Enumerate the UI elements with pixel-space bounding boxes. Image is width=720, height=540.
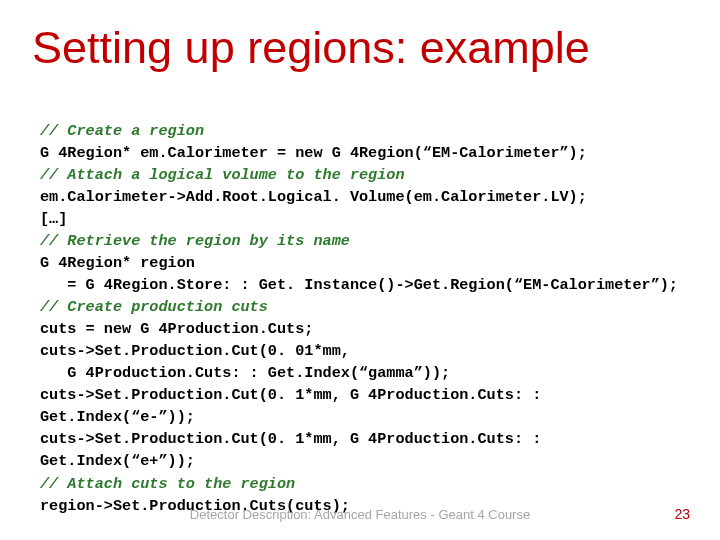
code-line: // Attach a logical volume to the region	[40, 166, 405, 184]
code-line: = G 4Region.Store: : Get. Instance()->Ge…	[40, 276, 678, 294]
code-line: cuts = new G 4Production.Cuts;	[40, 320, 313, 338]
slide: Setting up regions: example // Create a …	[0, 0, 720, 540]
code-line: // Create a region	[40, 122, 204, 140]
page-number: 23	[674, 506, 690, 522]
footer-text: Detector Description: Advanced Features …	[0, 507, 720, 522]
code-line: // Retrieve the region by its name	[40, 232, 350, 250]
code-block: // Create a region G 4Region* em.Calorim…	[40, 120, 680, 517]
code-line: G 4Region* region	[40, 254, 195, 272]
code-line: em.Calorimeter->Add.Root.Logical. Volume…	[40, 188, 587, 206]
code-line: cuts->Set.Production.Cut(0. 1*mm, G 4Pro…	[40, 430, 550, 470]
code-line: […]	[40, 210, 67, 228]
code-line: G 4Production.Cuts: : Get.Index(“gamma”)…	[40, 364, 450, 382]
code-line: cuts->Set.Production.Cut(0. 1*mm, G 4Pro…	[40, 386, 550, 426]
code-line: // Attach cuts to the region	[40, 475, 295, 493]
code-line: // Create production cuts	[40, 298, 268, 316]
code-line: cuts->Set.Production.Cut(0. 01*mm,	[40, 342, 350, 360]
slide-title: Setting up regions: example	[32, 22, 688, 74]
code-line: G 4Region* em.Calorimeter = new G 4Regio…	[40, 144, 587, 162]
